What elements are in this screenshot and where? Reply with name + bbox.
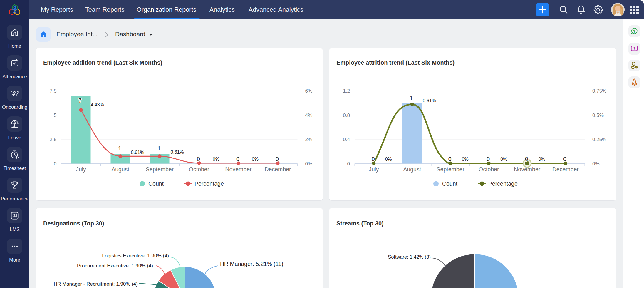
svg-text:HR Manager: 5.21% (11): HR Manager: 5.21% (11) — [220, 261, 283, 267]
svg-text:0: 0 — [372, 156, 375, 162]
svg-text:Count: Count — [442, 180, 458, 187]
svg-text:1.2: 1.2 — [343, 88, 350, 94]
svg-text:4.43%: 4.43% — [91, 102, 104, 107]
svg-text:1: 1 — [410, 95, 413, 101]
svg-text:0.25%: 0.25% — [592, 137, 606, 142]
svg-text:0: 0 — [276, 156, 279, 162]
svg-text:0.61%: 0.61% — [423, 98, 436, 103]
svg-text:December: December — [265, 166, 291, 173]
svg-text:0.61%: 0.61% — [131, 150, 144, 155]
svg-text:0%: 0% — [213, 157, 219, 162]
svg-text:0: 0 — [525, 156, 528, 162]
svg-text:October: October — [479, 166, 499, 173]
svg-text:Count: Count — [148, 180, 164, 187]
svg-text:HR Manager - Recruitment: 1.90: HR Manager - Recruitment: 1.90% (4) — [54, 281, 138, 287]
svg-text:July: July — [76, 166, 86, 173]
svg-text:6%: 6% — [305, 88, 313, 94]
svg-text:0: 0 — [197, 156, 200, 162]
svg-text:1: 1 — [157, 145, 161, 152]
svg-text:5: 5 — [54, 113, 56, 118]
svg-text:Logistics Executive: 1.90% (4): Logistics Executive: 1.90% (4) — [102, 253, 169, 259]
svg-text:Software: 1.42% (3): Software: 1.42% (3) — [388, 254, 431, 259]
svg-text:0%: 0% — [539, 157, 545, 162]
svg-text:Designations (Top 30): Designations (Top 30) — [43, 220, 104, 227]
svg-text:0: 0 — [487, 156, 490, 162]
svg-text:November: November — [225, 166, 252, 173]
svg-text:October: October — [189, 166, 209, 173]
svg-text:0%: 0% — [500, 157, 507, 162]
svg-text:0: 0 — [347, 161, 350, 167]
svg-text:Percentage: Percentage — [194, 180, 224, 187]
svg-text:August: August — [111, 166, 129, 173]
svg-text:1: 1 — [118, 145, 121, 152]
svg-text:Employee addition trend (Last: Employee addition trend (Last Six Months… — [43, 59, 162, 66]
svg-text:7: 7 — [78, 97, 82, 104]
svg-text:0%: 0% — [592, 161, 600, 167]
svg-text:0: 0 — [54, 161, 56, 167]
svg-text:7.5: 7.5 — [50, 88, 57, 94]
svg-text:0.75%: 0.75% — [592, 88, 606, 94]
svg-text:0.8: 0.8 — [343, 113, 350, 118]
svg-text:Percentage: Percentage — [488, 180, 518, 187]
svg-text:2%: 2% — [305, 137, 313, 142]
svg-text:September: September — [437, 166, 465, 173]
svg-text:December: December — [552, 166, 579, 173]
svg-text:July: July — [369, 166, 379, 173]
svg-text:Procurement Executive: 1.90% (: Procurement Executive: 1.90% (4) — [77, 263, 153, 269]
svg-text:0: 0 — [236, 156, 239, 162]
svg-text:August: August — [403, 166, 421, 173]
svg-text:September: September — [146, 166, 174, 173]
svg-text:0.4: 0.4 — [343, 137, 350, 142]
svg-text:0%: 0% — [305, 161, 313, 167]
svg-text:0%: 0% — [385, 157, 392, 162]
svg-text:?: ? — [633, 46, 635, 51]
svg-text:?: ? — [633, 29, 635, 34]
svg-text:Employee attrition trend (Last: Employee attrition trend (Last Six Month… — [336, 59, 455, 66]
svg-text:Streams (Top 30): Streams (Top 30) — [336, 220, 384, 227]
svg-text:2.5: 2.5 — [50, 137, 57, 142]
svg-text:0%: 0% — [462, 157, 469, 162]
svg-text:0: 0 — [563, 156, 566, 162]
svg-text:0%: 0% — [252, 157, 259, 162]
svg-text:4%: 4% — [305, 113, 313, 118]
svg-text:0.61%: 0.61% — [171, 150, 184, 155]
svg-text:0.5%: 0.5% — [592, 113, 604, 118]
svg-text:0: 0 — [448, 156, 452, 162]
